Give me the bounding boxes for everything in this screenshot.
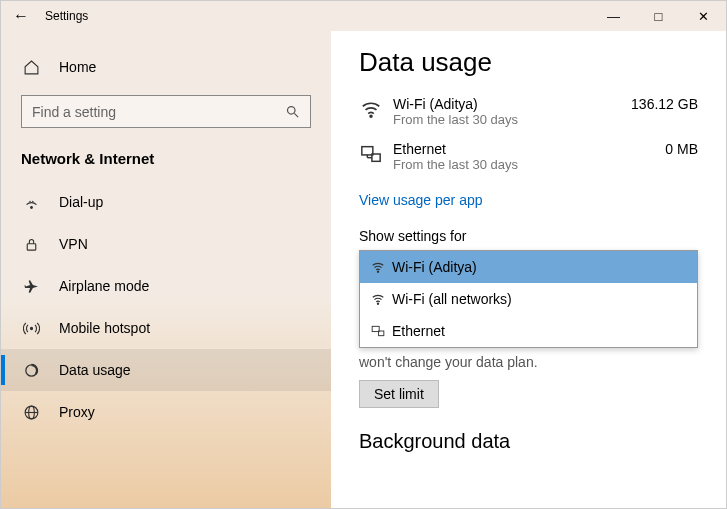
- wifi-icon: [370, 260, 392, 274]
- sidebar-home[interactable]: Home: [1, 49, 331, 85]
- home-icon: [21, 59, 41, 76]
- sidebar-item-label: Dial-up: [59, 194, 103, 210]
- dropdown-option[interactable]: Ethernet: [360, 315, 697, 347]
- sidebar-item-datausage[interactable]: Data usage: [1, 349, 331, 391]
- airplane-icon: [21, 278, 41, 295]
- window-title: Settings: [41, 9, 88, 23]
- sidebar-item-label: Data usage: [59, 362, 131, 378]
- vpn-icon: [21, 236, 41, 253]
- proxy-icon: [21, 404, 41, 421]
- search-placeholder: Find a setting: [32, 104, 285, 120]
- sidebar-item-label: VPN: [59, 236, 88, 252]
- usage-sub: From the last 30 days: [393, 112, 631, 127]
- ethernet-icon: [370, 324, 392, 338]
- show-settings-label: Show settings for: [359, 228, 698, 244]
- sidebar-section: Network & Internet: [1, 136, 331, 181]
- dialup-icon: [21, 194, 41, 211]
- back-button[interactable]: ←: [1, 7, 41, 25]
- dropdown-option-label: Wi-Fi (all networks): [392, 291, 512, 307]
- usage-value: 136.12 GB: [631, 96, 698, 112]
- plan-note: won't change your data plan.: [359, 354, 698, 370]
- usage-name: Wi-Fi (Aditya): [393, 96, 631, 112]
- sidebar-item-label: Mobile hotspot: [59, 320, 150, 336]
- svg-point-9: [370, 115, 372, 117]
- close-button[interactable]: ✕: [681, 1, 726, 31]
- dropdown-option-label: Wi-Fi (Aditya): [392, 259, 477, 275]
- maximize-button[interactable]: □: [636, 1, 681, 31]
- datausage-icon: [21, 362, 41, 379]
- titlebar: ← Settings — □ ✕: [1, 1, 726, 31]
- background-data-heading: Background data: [359, 430, 698, 453]
- svg-point-0: [288, 107, 296, 115]
- svg-point-4: [30, 327, 32, 329]
- dropdown-option-label: Ethernet: [392, 323, 445, 339]
- page-title: Data usage: [359, 47, 698, 78]
- sidebar-home-label: Home: [59, 59, 96, 75]
- minimize-button[interactable]: —: [591, 1, 636, 31]
- ethernet-icon: [359, 141, 393, 165]
- sidebar-item-vpn[interactable]: VPN: [1, 223, 331, 265]
- dropdown-option[interactable]: Wi-Fi (all networks): [360, 283, 697, 315]
- sidebar-item-label: Airplane mode: [59, 278, 149, 294]
- search-input[interactable]: Find a setting: [21, 95, 311, 128]
- usage-value: 0 MB: [665, 141, 698, 157]
- sidebar-item-airplane[interactable]: Airplane mode: [1, 265, 331, 307]
- hotspot-icon: [21, 320, 41, 337]
- usage-sub: From the last 30 days: [393, 157, 665, 172]
- main-content: Data usage Wi-Fi (Aditya) From the last …: [331, 31, 726, 508]
- sidebar: Home Find a setting Network & Internet D…: [1, 31, 331, 508]
- dropdown-option[interactable]: Wi-Fi (Aditya): [360, 251, 697, 283]
- sidebar-item-proxy[interactable]: Proxy: [1, 391, 331, 433]
- sidebar-item-label: Proxy: [59, 404, 95, 420]
- svg-point-14: [377, 271, 378, 272]
- svg-line-1: [294, 113, 298, 117]
- wifi-icon: [359, 96, 393, 120]
- network-dropdown[interactable]: Wi-Fi (Aditya) Wi-Fi (all networks) Ethe…: [359, 250, 698, 348]
- settings-window: ← Settings — □ ✕ Home Find a setting Net…: [0, 0, 727, 509]
- svg-point-2: [30, 206, 32, 208]
- svg-rect-3: [27, 243, 36, 249]
- set-limit-button[interactable]: Set limit: [359, 380, 439, 408]
- search-icon: [285, 104, 300, 119]
- sidebar-item-dialup[interactable]: Dial-up: [1, 181, 331, 223]
- usage-row-ethernet: Ethernet From the last 30 days 0 MB: [359, 141, 698, 172]
- wifi-icon: [370, 292, 392, 306]
- usage-name: Ethernet: [393, 141, 665, 157]
- svg-point-15: [377, 303, 378, 304]
- usage-row-wifi: Wi-Fi (Aditya) From the last 30 days 136…: [359, 96, 698, 127]
- view-usage-link[interactable]: View usage per app: [359, 192, 483, 208]
- sidebar-item-hotspot[interactable]: Mobile hotspot: [1, 307, 331, 349]
